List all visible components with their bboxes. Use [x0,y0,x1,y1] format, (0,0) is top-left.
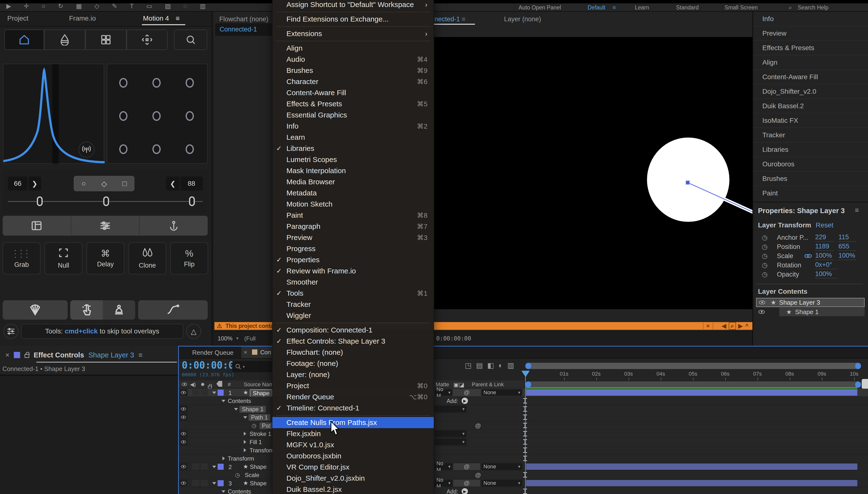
add-property-button[interactable]: ▶ [462,398,468,404]
tab-project[interactable]: Project [7,15,29,22]
label-color-swatch[interactable] [218,464,224,470]
parent-select[interactable]: None▾ [481,480,522,487]
twirl-icon[interactable] [221,490,225,493]
pen-tool-icon[interactable]: T [130,3,134,10]
clone-stamp-tool-icon[interactable]: ◌ [183,3,187,10]
menu-item-brushes[interactable]: Brushes⌘9 [272,65,434,76]
menu-item-project[interactable]: Project⌘0 [272,380,434,391]
blend-mode-select[interactable]: ▾ [435,430,466,437]
panel-menu-icon[interactable]: ≡ [138,351,143,359]
panel-tab-ouroboros[interactable]: Ouroboros [753,157,868,171]
anchor-bottom-left[interactable] [119,144,127,154]
menu-item-extensions[interactable]: Extensions› [272,28,434,39]
twirl-icon[interactable] [212,466,216,468]
panel-tab-isomatic-fx[interactable]: IsoMatic FX [753,113,868,128]
eye-toggle[interactable] [179,430,188,437]
workspace-default[interactable]: Default [588,4,605,11]
menu-item-tracker[interactable]: Tracker [272,299,434,310]
anchor-y-value[interactable]: 115 [838,233,856,242]
warning-close-icon[interactable]: × [703,323,713,329]
preview-timecode[interactable]: 0:00:00:00 [436,335,471,342]
composition-viewport[interactable] [434,37,752,309]
eye-toggle[interactable] [179,405,188,412]
solo-cell[interactable] [192,480,199,486]
menu-item-motion-sketch[interactable]: Motion Sketch [272,198,434,210]
anchor-top-left[interactable] [119,78,127,88]
menu-item-essential-graphics[interactable]: Essential Graphics [272,110,434,120]
row-name[interactable]: Shape [250,463,266,470]
menu-item-create-nulls-from-paths-jsx[interactable]: Create Nulls From Paths.jsx [272,417,434,428]
panel-tab-preview[interactable]: Preview [753,26,868,41]
layer-contents-item[interactable]: ★ Shape 1 [756,307,865,316]
ease-out-value[interactable]: 88 [180,176,203,191]
twirl-icon[interactable] [222,456,225,460]
selection-tool-icon[interactable]: ▶ [6,3,11,10]
tab-layer[interactable]: Layer (none) [504,16,541,23]
stopwatch-icon[interactable]: ◷ [762,243,770,251]
menu-item-effect-controls-shape-layer-3[interactable]: ✓Effect Controls: Shape Layer 3 [272,336,434,347]
navigator-start-handle[interactable] [525,363,531,369]
menu-item-libraries[interactable]: ✓Libraries [272,143,434,154]
parent-pickwhip[interactable]: @ [454,389,480,396]
row-name[interactable]: Contents [228,488,251,494]
menu-item-character[interactable]: Character⌘6 [272,76,434,87]
workspace-standard[interactable]: Standard [676,4,699,11]
matte-mode-icons[interactable]: ▣◪ [454,381,464,388]
null-button[interactable]: Null [44,242,82,274]
anchor-x-value[interactable]: 229 [815,233,834,242]
type-tool-icon[interactable]: ▭ [146,3,152,10]
tab-render-queue[interactable]: Render Queue [192,349,234,357]
menu-item-learn[interactable]: Learn [272,132,434,143]
stopwatch-icon[interactable]: ◷ [762,252,770,260]
anchor-mode-button[interactable] [140,216,208,235]
workspace-small-screen[interactable]: Small Screen [724,4,758,11]
comp-marker-bin[interactable] [862,379,868,389]
menu-item-mgfx-v1-0-jsx[interactable]: MGFX v1.0.jsx [272,439,434,451]
menu-item-mask-interpolation[interactable]: Mask Interpolation [272,165,434,176]
ease-in-value[interactable]: 66 [8,176,27,191]
fan-tool-button[interactable] [3,300,68,320]
reset-link[interactable]: Reset [816,221,833,229]
menu-item-properties[interactable]: ✓Properties [272,254,434,265]
navigator-end-handle[interactable] [855,363,861,369]
parent-select[interactable]: None▾ [481,389,522,396]
menu-item-paint[interactable]: Paint⌘8 [272,210,434,221]
menu-item-layer-none[interactable]: Layer: (none) [272,369,434,380]
tab-connected-1-timeline[interactable]: × Con [241,346,273,358]
menu-item-composition-connected-1[interactable]: ✓Composition: Connected-1 [272,324,434,336]
menu-item-content-aware-fill[interactable]: Content-Aware Fill [272,87,434,98]
twirl-icon[interactable] [244,432,246,436]
delay-button[interactable]: ⌘ Delay [87,242,124,274]
ease-curve-graph[interactable] [3,64,104,164]
parent-pickwhip[interactable]: @ [454,480,480,487]
twirl-icon[interactable] [244,448,246,452]
close-icon[interactable]: × [5,351,10,359]
sliders-mode-button[interactable] [71,216,140,235]
menu-item-ouroboros-jsxbin[interactable]: Ouroboros.jsxbin [272,451,434,461]
eye-toggle[interactable] [179,438,188,445]
rotation-value[interactable]: 0x+0° [815,261,837,269]
tab-frameio[interactable]: Frame.io [69,15,96,22]
row-name[interactable]: Shape [250,480,266,487]
stopwatch-icon[interactable]: ◷ [762,234,770,242]
time-navigator-bar[interactable] [525,363,861,369]
menu-item-wiggler[interactable]: Wiggler [272,310,434,321]
panel-tab-paint[interactable]: Paint [753,186,868,201]
drop-tab-button[interactable] [44,30,85,50]
overlay-settings-button[interactable] [3,324,18,339]
menu-item-flowchart-none[interactable]: Flowchart: (none) [272,347,434,358]
lock-icon[interactable] [24,354,29,358]
panel-tab-dojo-shifter-v2-0[interactable]: Dojo_Shifter_v2.0 [753,84,868,99]
work-area-end[interactable] [855,381,861,388]
row-name[interactable]: Transform [228,455,254,462]
effect-controls-layer[interactable]: Shape Layer 3 [89,351,134,359]
menu-item-duik-bassel-2-jsx[interactable]: Duik Bassel.2.jsx [272,484,434,494]
flip-button[interactable]: % Flip [170,242,208,274]
solo-cell[interactable] [192,463,199,470]
anchor-top-center[interactable] [152,78,161,88]
panel-tab-align[interactable]: Align [753,55,868,70]
anchor-point-grid[interactable] [107,64,208,164]
scale-y-value[interactable]: 100% [838,252,856,260]
menu-item-assign-shortcut-to-default-workspace[interactable]: Assign Shortcut to "Default" Workspace› [272,0,434,10]
pickwhip-icon[interactable]: @ [475,422,481,429]
